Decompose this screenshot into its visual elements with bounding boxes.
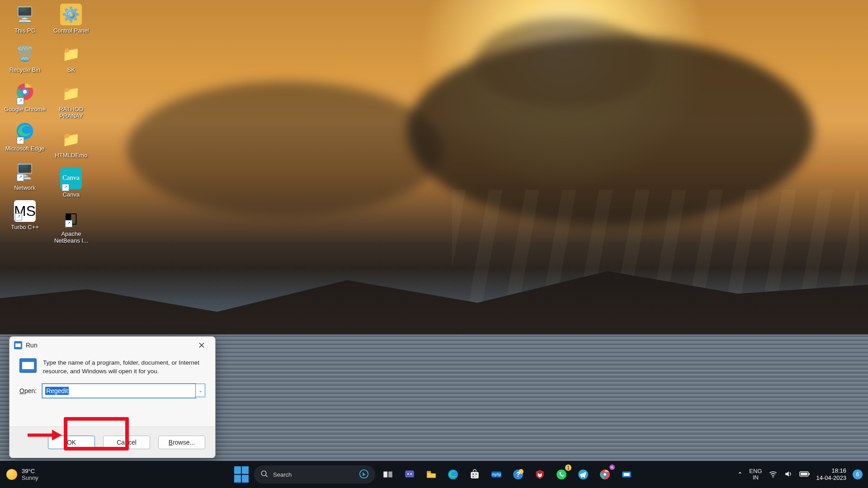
open-input-value: Regedit: [45, 387, 69, 395]
app-icon: 🗑️: [16, 45, 34, 62]
svg-rect-21: [472, 476, 474, 477]
open-dropdown-chevron-icon[interactable]: ⌄: [196, 384, 205, 397]
app-icon: 📁: [62, 84, 80, 102]
desktop-icon[interactable]: 📁SK: [49, 43, 93, 73]
cancel-button[interactable]: Cancel: [103, 436, 150, 449]
desktop-icon-label: Google Chrome: [3, 106, 47, 113]
desktop-icon-label: Control Panel: [49, 27, 93, 34]
taskbar-search[interactable]: Search: [254, 465, 375, 483]
svg-point-35: [772, 476, 774, 478]
desktop-icon-label: This PC: [3, 27, 47, 34]
wallpaper-cloud: [127, 81, 443, 217]
open-input[interactable]: Regedit: [42, 384, 196, 398]
desktop-icon-label: HTMLDEmo: [49, 152, 93, 159]
close-button[interactable]: [193, 338, 211, 352]
desktop-icon-label: SK: [49, 66, 93, 73]
desktop-icon[interactable]: ↗Google Chrome: [3, 82, 47, 113]
svg-point-15: [410, 473, 412, 474]
svg-rect-18: [471, 472, 478, 479]
desktop-icon[interactable]: Canva↗Canva: [49, 168, 93, 198]
weather-temp: 39°C: [22, 468, 38, 474]
battery-icon[interactable]: [799, 470, 810, 479]
run-description: Type the name of a program, folder, docu…: [43, 358, 205, 375]
weather-desc: Sunny: [22, 474, 38, 481]
run-taskbar-icon[interactable]: [618, 465, 636, 483]
open-label: Open:: [19, 387, 37, 394]
weather-icon: [6, 469, 17, 480]
svg-text:myhp: myhp: [491, 472, 501, 477]
svg-rect-19: [472, 474, 474, 475]
browse-button[interactable]: Browse...: [158, 436, 205, 449]
desktop-icon[interactable]: ◧↗Apache NetBeans I...: [49, 207, 93, 244]
desktop-icon-label: Microsoft Edge: [3, 145, 47, 152]
taskbar-clock[interactable]: 18:16 14-04-2023: [816, 467, 847, 482]
language-indicator[interactable]: ENG IN: [749, 468, 762, 481]
app-icon: 🖥️↗: [16, 163, 34, 180]
run-titlebar[interactable]: Run: [9, 337, 215, 354]
help-icon[interactable]: ?: [509, 465, 527, 483]
svg-rect-16: [427, 471, 431, 473]
annotation-arrow-icon: [26, 429, 62, 443]
desktop-icon[interactable]: ⚙️Control Panel: [49, 4, 93, 34]
microsoft-store-icon[interactable]: [466, 465, 484, 483]
svg-text:?: ?: [516, 471, 520, 478]
desktop-icon-label: Recycle Bin: [3, 66, 47, 73]
app-icon: 🖥️: [16, 6, 34, 23]
chrome-taskbar-icon[interactable]: R: [596, 465, 614, 483]
tray-chevron-icon[interactable]: ⌃: [737, 471, 743, 478]
svg-rect-37: [809, 473, 810, 475]
svg-point-14: [407, 473, 409, 474]
desktop-icons: 🖥️This PC🗑️Recycle Bin↗Google Chrome↗Mic…: [3, 4, 93, 253]
app-icon: ◧↗: [64, 209, 78, 226]
desktop-icon[interactable]: MS↗Turbo C++: [3, 200, 47, 230]
svg-text:Canva: Canva: [63, 174, 80, 181]
desktop-icon[interactable]: 🗑️Recycle Bin: [3, 43, 47, 73]
wifi-icon[interactable]: [769, 469, 778, 480]
wallpaper-cloud: [475, 18, 656, 108]
svg-rect-12: [388, 472, 392, 478]
svg-marker-7: [52, 430, 62, 441]
chat-icon[interactable]: [401, 465, 419, 483]
search-placeholder: Search: [273, 471, 292, 478]
desktop-icon[interactable]: 📁HTMLDEmo: [49, 128, 93, 159]
svg-point-28: [557, 469, 566, 479]
svg-rect-34: [624, 473, 630, 476]
taskbar-weather[interactable]: 39°C Sunny: [6, 461, 38, 488]
clock-date: 14-04-2023: [816, 474, 847, 482]
svg-rect-20: [475, 474, 477, 475]
whatsapp-icon[interactable]: 1: [552, 465, 571, 483]
run-dialog: Run Type the name of a program, folder, …: [9, 336, 216, 458]
svg-point-2: [23, 89, 27, 93]
start-button[interactable]: [232, 465, 250, 483]
search-icon: [260, 470, 269, 479]
edge-icon[interactable]: [444, 465, 462, 483]
volume-icon[interactable]: [784, 469, 793, 480]
desktop-icon[interactable]: ↗Microsoft Edge: [3, 122, 47, 152]
taskbar-center: Search myhp ? 1 R: [232, 461, 636, 488]
desktop-icon-label: RATHOD PRANAY: [49, 106, 93, 119]
desktop-icon[interactable]: 🖥️This PC: [3, 4, 47, 34]
desktop-icon-label: Turbo C++: [3, 224, 47, 230]
taskbar: 39°C Sunny Search myhp ?: [0, 461, 868, 488]
app-icon: MS↗: [14, 203, 36, 220]
svg-rect-38: [801, 473, 807, 475]
app-icon: 📁: [62, 131, 80, 148]
desktop[interactable]: 🖥️This PC🗑️Recycle Bin↗Google Chrome↗Mic…: [0, 0, 868, 488]
desktop-icon[interactable]: 🖥️↗Network: [3, 161, 47, 191]
telegram-icon[interactable]: [574, 465, 592, 483]
mcafee-icon[interactable]: [531, 465, 549, 483]
bing-chat-icon[interactable]: [359, 469, 369, 480]
notification-badge[interactable]: 6: [853, 469, 863, 479]
desktop-icon-label: Network: [3, 184, 47, 191]
desktop-icon-label: Canva: [49, 191, 93, 198]
task-view-icon[interactable]: [379, 465, 397, 483]
myhp-icon[interactable]: myhp: [487, 465, 505, 483]
svg-rect-11: [383, 472, 387, 478]
desktop-icon[interactable]: 📁RATHOD PRANAY: [49, 82, 93, 119]
run-title: Run: [26, 342, 38, 349]
clock-time: 18:16: [816, 467, 847, 474]
desktop-icon-label: Apache NetBeans I...: [49, 230, 93, 244]
file-explorer-icon[interactable]: [422, 465, 440, 483]
app-icon: ↗: [16, 83, 34, 104]
app-icon: 📁: [62, 45, 80, 62]
